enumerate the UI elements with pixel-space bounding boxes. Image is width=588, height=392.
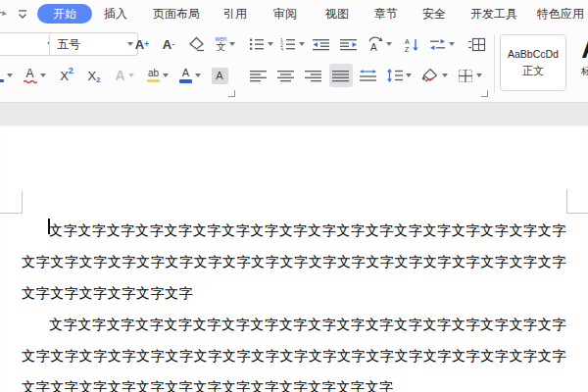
svg-text:A: A	[370, 42, 377, 52]
pinyin-icon: wén 文	[216, 36, 227, 53]
tab-developer[interactable]: 开发工具	[468, 5, 519, 23]
chevron-down-icon	[406, 74, 412, 77]
character-shading-button[interactable]: A	[208, 64, 231, 87]
wps-writer-window: 开始 插入 页面布局 引用 审阅 视图 章节 安全 开发工具 特色应用 五号 A…	[0, 0, 588, 392]
group-separator	[494, 34, 495, 93]
superscript-button[interactable]: X2	[55, 64, 78, 87]
numbering-button[interactable]: 1 2 3	[278, 32, 306, 56]
text-effects-icon: A	[115, 69, 124, 82]
tab-home[interactable]: 开始	[37, 4, 92, 24]
chevron-down-icon	[163, 74, 169, 77]
subscript-button[interactable]: X2	[82, 64, 106, 87]
align-right-icon	[305, 70, 322, 82]
paragraph-group-dialog-launcher[interactable]	[481, 90, 488, 97]
plus-mark: +	[144, 40, 149, 49]
line-spacing-button[interactable]	[384, 64, 414, 87]
paragraph[interactable]: 文字文字文字文字文字文字文字文字文字文字文字文字文字文字文字文字文字文字文字文字…	[22, 215, 566, 309]
align-center-icon	[277, 70, 295, 82]
align-left-icon	[250, 70, 268, 82]
margin-mark-left-horizontal	[0, 213, 23, 214]
svg-text:Z: Z	[405, 45, 410, 52]
margin-mark-right-vertical	[566, 189, 567, 214]
grow-font-icon: A	[135, 38, 144, 51]
decrease-indent-icon	[313, 38, 330, 51]
chevron-down-icon	[476, 74, 482, 77]
underline-button-partial[interactable]	[0, 64, 14, 87]
margin-mark-right-horizontal	[566, 213, 588, 214]
justify-button[interactable]	[329, 64, 353, 87]
style-name: 标题	[581, 65, 588, 78]
font-size-combobox[interactable]: 五号	[49, 32, 138, 56]
tab-references[interactable]: 引用	[221, 5, 249, 23]
align-center-button[interactable]	[274, 64, 298, 87]
chevron-down-icon	[7, 74, 13, 77]
bullets-button[interactable]	[247, 32, 274, 56]
increase-indent-button[interactable]	[337, 32, 361, 56]
sort-button[interactable]: A Z	[400, 32, 423, 56]
eraser-icon	[188, 36, 205, 52]
align-right-button[interactable]	[302, 64, 325, 87]
tab-insert[interactable]: 插入	[102, 5, 129, 23]
shading-button[interactable]	[419, 64, 449, 87]
underline-icon	[0, 79, 4, 82]
style-sample: AaBbCcDd	[508, 48, 559, 60]
sort-az-icon: A Z	[404, 37, 419, 52]
chevron-down-icon	[299, 42, 305, 46]
text-cursor	[48, 219, 50, 234]
font-color-bar	[179, 79, 192, 83]
decrease-font-size-button[interactable]: A-	[157, 32, 180, 56]
workspace-background	[0, 103, 588, 124]
borders-button[interactable]	[455, 64, 484, 87]
distribute-button[interactable]	[357, 64, 380, 87]
numbered-list-icon: 1 2 3	[280, 37, 296, 51]
tab-security[interactable]: 安全	[420, 5, 448, 23]
chevron-down-icon	[40, 74, 46, 77]
tab-view[interactable]: 视图	[323, 5, 351, 23]
decrease-indent-button[interactable]	[310, 32, 333, 56]
chevron-down-icon	[268, 42, 273, 46]
style-normal[interactable]: AaBbCcDd 正文	[500, 34, 566, 91]
chevron-down-icon	[449, 42, 455, 46]
borders-icon	[458, 69, 473, 83]
paragraph-marks-icon	[429, 38, 446, 51]
superscript-icon: X2	[60, 67, 74, 84]
pinyin-guide-button[interactable]: wén 文	[210, 32, 241, 56]
style-name: 正文	[522, 64, 544, 78]
chevron-down-icon	[386, 42, 392, 46]
customize-toolbar-icon[interactable]	[17, 9, 28, 21]
style-sample: A	[581, 36, 588, 63]
document-text-area[interactable]: 文字文字文字文字文字文字文字文字文字文字文字文字文字文字文字文字文字文字文字文字…	[22, 215, 566, 392]
justify-icon	[332, 70, 350, 82]
text-effects-button[interactable]: A	[110, 64, 139, 87]
increase-font-size-button[interactable]: A+	[130, 32, 154, 56]
ribbon-tab-bar: 开始 插入 页面布局 引用 审阅 视图 章节 安全 开发工具 特色应用	[0, 0, 588, 27]
style-heading[interactable]: A 标题	[571, 36, 588, 78]
chevron-down-icon	[442, 74, 448, 77]
wavy-underline-button[interactable]: A	[20, 64, 49, 87]
align-left-button[interactable]	[247, 64, 270, 87]
show-hide-marks-button[interactable]	[427, 32, 457, 56]
paragraph-layout-button[interactable]	[465, 32, 490, 56]
tab-review[interactable]: 审阅	[271, 5, 299, 23]
subscript-icon: X2	[87, 67, 100, 84]
tab-section[interactable]: 章节	[372, 5, 400, 23]
paragraph[interactable]: 文字文字文字文字文字文字文字文字文字文字文字文字文字文字文字文字文字文字文字文字…	[22, 309, 566, 392]
paragraph-layout-icon	[468, 37, 486, 52]
ribbon: 开始 插入 页面布局 引用 审阅 视图 章节 安全 开发工具 特色应用 五号 A…	[0, 0, 588, 103]
tab-page-layout[interactable]: 页面布局	[149, 5, 204, 23]
shrink-font-icon: A	[163, 38, 172, 51]
character-shading-icon: A	[212, 68, 228, 84]
text-direction-button[interactable]: A	[365, 32, 394, 56]
clear-format-button[interactable]	[184, 32, 208, 56]
paint-bucket-icon	[421, 68, 439, 83]
margin-mark-left-vertical	[22, 191, 23, 214]
text-direction-icon: A	[368, 36, 383, 52]
redo-icon[interactable]	[0, 8, 11, 22]
increase-indent-icon	[340, 38, 358, 51]
highlight-color-button[interactable]: ab	[143, 64, 172, 87]
chevron-down-icon	[229, 42, 235, 46]
highlight-color-bar	[147, 79, 160, 83]
font-group-dialog-launcher[interactable]	[228, 90, 235, 97]
tab-special-apps[interactable]: 特色应用	[535, 5, 586, 23]
font-color-button[interactable]: A	[175, 64, 205, 87]
